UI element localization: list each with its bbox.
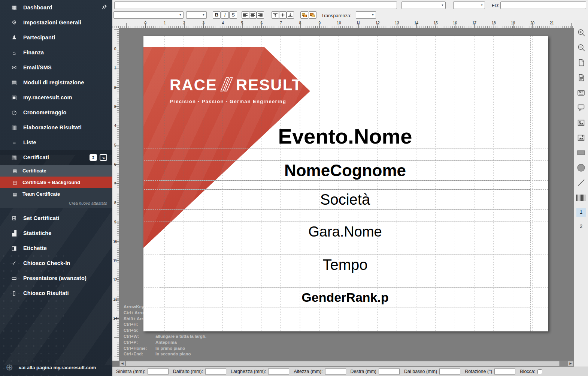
sidebar-item-cronometraggio[interactable]: ◷ Cronometraggio <box>0 105 112 120</box>
certificate-page[interactable]: RACE RESULT Precision · Passion · German… <box>143 36 548 331</box>
send-backward-button[interactable] <box>309 11 316 19</box>
ruler-number: 10 <box>113 240 118 244</box>
sidebar-item-liste[interactable]: ≡ Liste <box>0 135 112 150</box>
align-bottom-button[interactable] <box>287 11 294 19</box>
sidebar-item-partecipanti[interactable]: ♟ Partecipanti <box>0 30 112 45</box>
statusbar-field: Larghezza (mm): <box>231 369 289 375</box>
sidebar-item-label: Dashboard <box>23 4 52 10</box>
sidebar-item-label: Finanza <box>23 49 44 55</box>
dynamic-image-icon[interactable] <box>576 133 586 142</box>
create-new-certificate-link[interactable]: Crea nuovo attestato <box>0 200 112 208</box>
blocca-checkbox[interactable] <box>537 369 542 374</box>
altezza-input[interactable] <box>325 369 346 375</box>
rectangle-tool[interactable] <box>576 148 586 157</box>
page-2-button[interactable]: 2 <box>576 222 586 231</box>
certificate-icon: ▤ <box>12 168 18 174</box>
image-icon[interactable] <box>576 118 586 127</box>
page-preview-icon[interactable] <box>576 73 586 82</box>
align-top-button[interactable] <box>272 11 279 19</box>
ruler-number: 15 <box>433 21 439 25</box>
line-tool[interactable] <box>576 178 586 187</box>
rotazione-input[interactable] <box>494 369 515 375</box>
italic-button[interactable]: I <box>221 11 229 19</box>
page-1-button[interactable]: 1 <box>576 208 586 217</box>
certificate-icon: ▤ <box>12 192 18 197</box>
field-genderrank[interactable]: GenderRank.p <box>160 287 530 307</box>
align-center-button[interactable] <box>249 11 257 19</box>
sidebar-footer-link[interactable]: ⊕ vai alla pagina my.raceresult.com <box>0 359 112 376</box>
sidebar-subitem-certificate[interactable]: ▤ Certificate <box>0 165 112 177</box>
export-icon[interactable]: ↘ <box>100 154 107 161</box>
main-area: FD: B I S <box>112 0 588 376</box>
sidebar-item-elaborazione-risultati[interactable]: ▥ Elaborazione Risultati <box>0 120 112 135</box>
content-input[interactable] <box>114 1 397 9</box>
align-right-button[interactable] <box>257 11 264 19</box>
sidebar-item-moduli-di-registrazione[interactable]: ▤ Moduli di registrazione <box>0 75 112 90</box>
destra-input[interactable] <box>379 369 400 375</box>
new-page-icon[interactable] <box>576 58 586 67</box>
ruler-number: 1 <box>113 66 118 70</box>
font-family-select[interactable] <box>113 11 184 19</box>
field-nome-cognome[interactable]: NomeCognome <box>160 160 530 181</box>
sidebar-item-presentatore-avanzato[interactable]: ▭ Presentatore (avanzato) <box>0 271 112 286</box>
sidebar-item-my-raceresult[interactable]: ▣ my.raceresult.com <box>0 90 112 105</box>
sidebar-item-certificati[interactable]: ▧ Certificati ↥ ↘ <box>0 150 112 165</box>
logo-race-text: RACE <box>170 77 217 93</box>
sidebar-item-impostazioni-generali[interactable]: ⚙ Impostazioni Generali <box>0 15 112 30</box>
sidebar-item-etichette[interactable]: ◨ Etichette <box>0 241 112 256</box>
callout-icon[interactable] <box>576 103 586 112</box>
fd-input[interactable] <box>500 1 586 9</box>
sidebar-item-statistiche[interactable]: ▟ Statistiche <box>0 226 112 241</box>
zoom-in-icon[interactable] <box>576 28 586 37</box>
field-societa[interactable]: Società <box>160 189 530 210</box>
dal-basso-input[interactable] <box>439 369 460 375</box>
sidebar-item-finanza[interactable]: ⌂ Finanza <box>0 45 112 60</box>
unpin-icon[interactable] <box>101 4 107 11</box>
statusbar-field: Altezza (mm): <box>294 369 346 375</box>
sidebar-subitem-certificate-background[interactable]: ▤ Certificate + Background <box>0 177 112 188</box>
statusbar-field-blocca: Blocca: <box>520 369 542 374</box>
monitor-icon: ▣ <box>10 94 18 101</box>
subitem-label: Certificate <box>22 168 46 174</box>
ruler-number: 12 <box>113 278 118 282</box>
sidebar-item-label: Certificati <box>23 154 49 160</box>
sidebar-item-label: Chiosco Risultati <box>23 290 69 296</box>
transparency-label: Transparenza: <box>321 13 351 18</box>
sinistra-input[interactable] <box>148 369 169 375</box>
bold-button[interactable]: B <box>213 11 221 19</box>
toolbar: FD: B I S <box>112 0 588 20</box>
ellipse-tool[interactable] <box>576 163 586 172</box>
certificati-subpanel: ▤ Certificate ▤ Certificate + Background… <box>0 165 112 208</box>
align-left-button[interactable] <box>242 11 249 19</box>
bring-forward-button[interactable] <box>300 11 308 19</box>
sidebar-item-email-sms[interactable]: ✉ Email/SMS <box>0 60 112 75</box>
toolbar-dropdown-2[interactable] <box>453 1 485 9</box>
sidebar-item-chiosco-risultati[interactable]: ▯ Chiosco Risultati <box>0 286 112 301</box>
barcode-tool[interactable] <box>576 193 586 202</box>
underline-button[interactable]: S <box>229 11 237 19</box>
ruler-number: 16 <box>452 21 458 25</box>
scrollbar-thumb[interactable] <box>126 361 560 366</box>
upload-icon[interactable]: ↥ <box>90 154 97 161</box>
sidebar-subitem-team-certificate[interactable]: ▤ Team Certificate <box>0 188 112 200</box>
dallalto-input[interactable] <box>205 369 226 375</box>
transparency-select[interactable] <box>356 11 376 19</box>
scroll-left-button[interactable]: ◀ <box>119 361 125 366</box>
statusbar-label: Larghezza (mm): <box>231 369 266 374</box>
sidebar-item-chiosco-check-in[interactable]: ✓ Chiosco Check-In <box>0 256 112 271</box>
horizontal-scrollbar[interactable]: ◀ ▶ <box>119 361 574 367</box>
toolbar-dropdown-1[interactable] <box>401 1 446 9</box>
sidebar-gap <box>0 208 112 211</box>
sidebar-item-dashboard[interactable]: ▦ Dashboard <box>0 0 112 15</box>
larghezza-input[interactable] <box>268 369 289 375</box>
statusbar-field: Dall'alto (mm): <box>173 369 226 375</box>
field-tempo[interactable]: Tempo <box>160 255 530 275</box>
font-size-select[interactable] <box>186 11 207 19</box>
field-gara-nome[interactable]: Gara.Nome <box>160 222 530 242</box>
zoom-out-icon[interactable] <box>576 43 586 52</box>
sidebar-item-set-certificati[interactable]: ⊞ Set Certificati <box>0 211 112 226</box>
align-middle-button[interactable] <box>279 11 287 19</box>
scroll-right-button[interactable]: ▶ <box>568 361 573 366</box>
field-evento-nome[interactable]: Evento.Nome <box>160 124 530 148</box>
text-block-icon[interactable] <box>576 88 586 97</box>
